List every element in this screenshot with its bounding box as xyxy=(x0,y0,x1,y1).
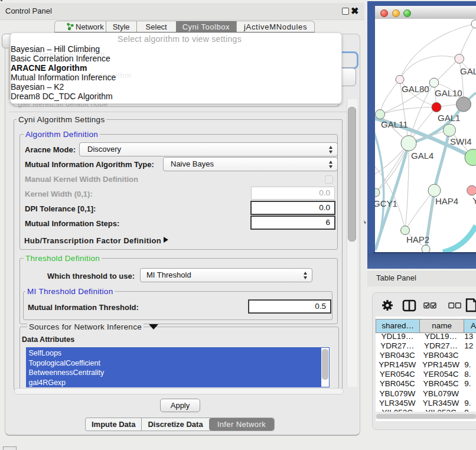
svg-text:HAP4: HAP4 xyxy=(435,196,458,206)
svg-text:GCY1: GCY1 xyxy=(375,198,397,208)
svg-text:GAL7: GAL7 xyxy=(460,66,476,76)
svg-text:Y: Y xyxy=(472,195,476,206)
svg-text:GAL4: GAL4 xyxy=(411,151,433,161)
svg-text:SWI4: SWI4 xyxy=(450,136,472,146)
svg-text:GAL80: GAL80 xyxy=(402,84,429,94)
svg-text:GAL10: GAL10 xyxy=(435,88,462,98)
svg-text:HAP2: HAP2 xyxy=(406,234,429,244)
svg-text:GAL11: GAL11 xyxy=(381,119,408,129)
svg-text:GAL1: GAL1 xyxy=(438,113,460,123)
